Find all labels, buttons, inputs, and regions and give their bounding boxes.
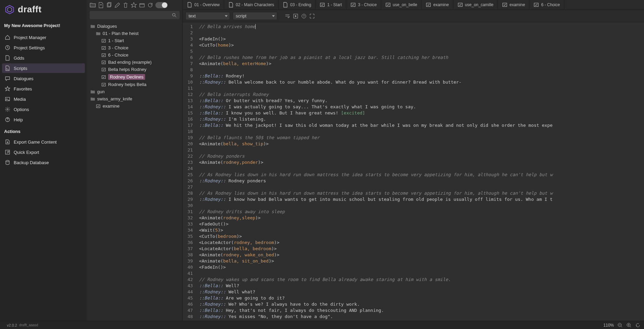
nav-gdds[interactable]: Gdds — [0, 53, 87, 63]
version-number: v2.0.2 — [7, 323, 17, 327]
doc-icon — [5, 55, 10, 61]
tree-item[interactable]: 01 - Plan the heist — [87, 30, 182, 37]
tree-item[interactable]: swiss_army_knife — [87, 95, 182, 102]
nav-help[interactable]: Help — [0, 114, 87, 125]
db-icon — [5, 160, 10, 165]
sidebar: drafft My New Awesome Project! Project M… — [0, 0, 87, 321]
script-icon — [5, 65, 10, 71]
tree-label: 6 - Choice — [108, 52, 128, 58]
zoom-out-icon[interactable] — [617, 322, 623, 328]
nav-scripts[interactable]: Scripts — [2, 63, 85, 73]
svg-rect-15 — [102, 46, 106, 49]
nav-project-settings[interactable]: Project Settings — [0, 42, 87, 53]
action-label: Quick Export — [14, 150, 39, 155]
edit-icon[interactable] — [114, 2, 120, 8]
tree-item[interactable]: Rodney Declines — [87, 73, 182, 81]
file-tree: Dialogues01 - Plan the heist1 - Start3 -… — [87, 21, 182, 321]
node-icon — [502, 2, 507, 8]
search-input[interactable] — [92, 13, 171, 18]
wrap-icon[interactable] — [285, 13, 290, 19]
svg-rect-26 — [458, 3, 462, 7]
mode-dropdown[interactable]: text — [185, 12, 230, 20]
lang-dropdown[interactable]: script — [233, 12, 277, 20]
help-icon[interactable]: ? — [301, 13, 307, 19]
nav-dialogues[interactable]: Dialogues — [0, 73, 87, 84]
code-editor[interactable]: 1234567891011121314151617181920212223242… — [183, 22, 644, 321]
node-icon — [101, 82, 106, 87]
zoom-level[interactable]: 110% — [603, 323, 614, 328]
quick-icon — [5, 149, 10, 155]
tab[interactable]: 01 - Overview — [183, 0, 224, 10]
node-icon — [101, 75, 106, 80]
tree-item[interactable]: gun — [87, 88, 182, 95]
editor-area: 01 - Overview02 - Main Characters03 - En… — [183, 0, 644, 321]
version-info: v2.0.2 drafft_aaasd — [3, 321, 41, 329]
tree-label: 1 - Start — [108, 38, 124, 43]
tab[interactable]: use_on_camille — [453, 0, 498, 10]
project-title[interactable]: My New Awesome Project! — [0, 19, 87, 32]
tree-item[interactable]: 6 - Choice — [87, 51, 182, 59]
tree-item[interactable]: Dialogues — [87, 23, 182, 30]
action-export-game[interactable]: Export Game Content — [0, 137, 87, 147]
app-name: drafft — [18, 4, 41, 15]
tab[interactable]: 3 - Choice — [346, 0, 381, 10]
actions-header: Actions — [0, 125, 87, 137]
tree-label: swiss_army_knife — [97, 96, 132, 101]
play-icon[interactable] — [293, 13, 298, 19]
svg-point-7 — [7, 121, 8, 121]
tree-label: 01 - Plan the heist — [103, 31, 139, 36]
delete-icon[interactable] — [123, 2, 129, 8]
nav-favorites[interactable]: Favorites — [0, 84, 87, 94]
svg-text:?: ? — [303, 14, 305, 18]
tree-search[interactable] — [90, 11, 180, 19]
nav-label: Gdds — [14, 56, 24, 61]
action-quick-export[interactable]: Quick Export — [0, 147, 87, 157]
svg-rect-25 — [426, 3, 430, 7]
new-file-icon[interactable] — [98, 2, 104, 8]
tree-item[interactable]: Bad ending (example) — [87, 59, 182, 66]
svg-rect-21 — [96, 105, 100, 108]
tree-item[interactable]: Rodney helps Bella — [87, 81, 182, 88]
node-icon — [96, 104, 101, 109]
tab[interactable]: 03 - Ending — [279, 0, 315, 10]
code-content[interactable]: // Bella arrives home <FadeIn()><CutTo(h… — [196, 22, 644, 321]
nav-project-manager[interactable]: Project Manager — [0, 32, 87, 42]
zoom-in-icon[interactable] — [626, 322, 632, 328]
tree-item[interactable]: examine — [87, 102, 182, 110]
tab[interactable]: use_on_belle — [381, 0, 422, 10]
lock-toggle[interactable] — [155, 2, 168, 8]
new-folder-icon[interactable] — [90, 2, 96, 8]
nav-media[interactable]: Media — [0, 94, 87, 104]
fullscreen-icon[interactable] — [309, 13, 315, 19]
node-icon — [350, 2, 356, 8]
copy-icon[interactable] — [106, 2, 112, 8]
gear-icon — [5, 107, 10, 112]
svg-rect-28 — [534, 3, 538, 7]
tab-label: 1 - Start — [327, 2, 342, 7]
refresh-icon[interactable] — [147, 2, 153, 8]
search-icon[interactable] — [171, 12, 177, 18]
nav-label: Options — [14, 107, 29, 112]
node-icon — [385, 2, 391, 8]
line-gutter: 1234567891011121314151617181920212223242… — [183, 22, 196, 321]
nav-label: Project Manager — [14, 35, 46, 40]
doc-icon — [283, 2, 288, 8]
tree-item[interactable]: 1 - Start — [87, 37, 182, 44]
action-label: Export Game Content — [14, 139, 57, 145]
node-icon — [426, 2, 431, 8]
action-backup-db[interactable]: Backup Database — [0, 157, 87, 168]
tree-label: gun — [97, 89, 105, 94]
star-icon[interactable] — [131, 2, 137, 8]
tree-item[interactable]: Bella helps Rodney — [87, 66, 182, 73]
tree-item[interactable]: 3 - Choice — [87, 44, 182, 51]
tab-label: 6 - Choice — [541, 2, 560, 7]
tab[interactable]: 6 - Choice — [529, 0, 564, 10]
archive-icon[interactable] — [139, 2, 145, 8]
svg-rect-12 — [140, 4, 144, 7]
sync-icon[interactable] — [635, 322, 641, 328]
tab[interactable]: examine — [498, 0, 529, 10]
tab[interactable]: 02 - Main Characters — [224, 0, 279, 10]
tab[interactable]: 1 - Start — [315, 0, 346, 10]
tab[interactable]: examine — [422, 0, 453, 10]
nav-options[interactable]: Options — [0, 104, 87, 114]
